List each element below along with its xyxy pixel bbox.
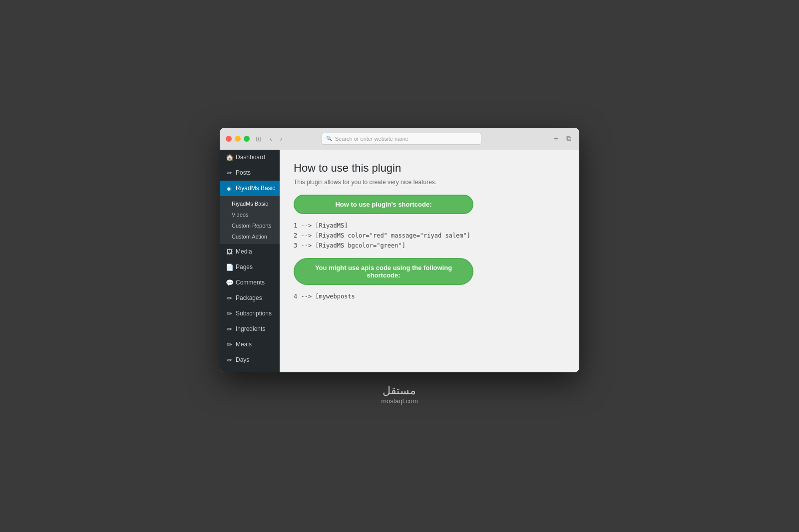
submenu-item-label: Custom Reports xyxy=(232,223,271,229)
address-bar-text: Search or enter website name xyxy=(335,136,408,142)
code-line-2: 2 --> [RiyadMS color="red" massage="riya… xyxy=(294,232,565,239)
packages-icon: ✏ xyxy=(226,294,233,302)
sidebar-item-label: Dashboard xyxy=(236,154,265,161)
sidebar-item-label: Posts xyxy=(236,169,251,176)
sidebar-item-meals[interactable]: ✏ Meals xyxy=(220,337,280,352)
watermark-arabic: مستقل xyxy=(381,384,418,397)
subscriptions-icon: ✏ xyxy=(226,310,233,317)
back-button[interactable]: ‹ xyxy=(268,134,274,144)
submenu-riyadms-basic[interactable]: RiyadMs Basic xyxy=(220,198,280,209)
api-code-line-1: 4 --> [mywebposts xyxy=(294,293,565,300)
days-icon: ✏ xyxy=(226,356,233,364)
media-icon: 🖼 xyxy=(226,248,233,256)
meals-icon: ✏ xyxy=(226,341,233,348)
sidebar-item-label: Ingredients xyxy=(236,325,265,332)
sidebar-item-days[interactable]: ✏ Days xyxy=(220,352,280,368)
watermark-latin: mostaql.com xyxy=(381,397,418,405)
sidebar-item-riyadms[interactable]: ◈ RiyadMs Basic xyxy=(220,181,280,196)
sidebar: 🏠 Dashboard ✏ Posts ◈ RiyadMs Basic Riya… xyxy=(220,150,280,372)
search-icon: 🔍 xyxy=(326,136,332,141)
pages-icon: 📄 xyxy=(226,264,233,271)
sidebar-item-posts[interactable]: ✏ Posts xyxy=(220,165,280,181)
watermark: مستقل mostaql.com xyxy=(381,384,418,405)
browser-chrome: ⊞ ‹ › 🔍 Search or enter website name + ⧉ xyxy=(220,128,579,150)
sidebar-item-media[interactable]: 🖼 Media xyxy=(220,244,280,260)
page-subtitle: This plugin allows for you to create ver… xyxy=(294,179,565,186)
comments-icon: 💬 xyxy=(226,279,233,286)
sidebar-item-pages[interactable]: 📄 Pages xyxy=(220,260,280,275)
sidebar-item-label: RiyadMs Basic xyxy=(236,185,275,192)
sidebar-item-comments[interactable]: 💬 Comments xyxy=(220,275,280,290)
api-button[interactable]: You might use apis code using the follow… xyxy=(294,258,473,285)
riyadms-icon: ◈ xyxy=(226,185,233,192)
shortcode-button[interactable]: How to use plugin's shortcode: xyxy=(294,195,473,214)
browser-body: 🏠 Dashboard ✏ Posts ◈ RiyadMs Basic Riya… xyxy=(220,150,579,372)
sidebar-item-packages[interactable]: ✏ Packages xyxy=(220,290,280,306)
api-code-block: 4 --> [mywebposts xyxy=(294,293,565,300)
sidebar-item-label: Media xyxy=(236,248,252,255)
submenu-item-label: Custom Action xyxy=(232,234,267,240)
forward-button[interactable]: › xyxy=(278,134,285,144)
address-bar[interactable]: 🔍 Search or enter website name xyxy=(322,133,481,145)
sidebar-item-label: Meals xyxy=(236,341,252,348)
traffic-light-yellow[interactable] xyxy=(235,136,241,142)
new-tab-button[interactable]: + xyxy=(552,133,560,144)
main-content: How to use this plugin This plugin allow… xyxy=(280,150,579,372)
posts-icon: ✏ xyxy=(226,169,233,177)
submenu-item-label: RiyadMs Basic xyxy=(232,201,268,207)
sidebar-toggle-button[interactable]: ⊞ xyxy=(254,134,264,144)
ingredients-icon: ✏ xyxy=(226,325,233,333)
sidebar-item-label: Comments xyxy=(236,279,265,286)
sidebar-item-subscriptions[interactable]: ✏ Subscriptions xyxy=(220,306,280,321)
browser-window: ⊞ ‹ › 🔍 Search or enter website name + ⧉… xyxy=(220,128,579,372)
dashboard-icon: 🏠 xyxy=(226,154,233,161)
sidebar-submenu-riyadms: RiyadMs Basic Videos Custom Reports Cust… xyxy=(220,196,280,244)
traffic-light-red[interactable] xyxy=(226,136,232,142)
browser-actions: + ⧉ xyxy=(552,133,573,144)
sidebar-item-label: Packages xyxy=(236,294,262,301)
sidebar-item-label: Pages xyxy=(236,264,253,270)
submenu-item-label: Videos xyxy=(232,212,248,218)
sidebar-item-label: Days xyxy=(236,356,249,363)
sidebar-item-ingredients[interactable]: ✏ Ingredients xyxy=(220,321,280,337)
page-title: How to use this plugin xyxy=(294,162,565,175)
submenu-custom-action[interactable]: Custom Action xyxy=(220,231,280,242)
submenu-videos[interactable]: Videos xyxy=(220,209,280,220)
sidebar-item-label: Subscriptions xyxy=(236,310,272,317)
sidebar-item-dashboard[interactable]: 🏠 Dashboard xyxy=(220,150,280,165)
submenu-custom-reports[interactable]: Custom Reports xyxy=(220,220,280,231)
copy-button[interactable]: ⧉ xyxy=(564,133,573,144)
code-line-1: 1 --> [RiyadMS] xyxy=(294,222,565,229)
code-line-3: 3 --> [RiyadMS bgcolor="green"] xyxy=(294,242,565,249)
traffic-lights xyxy=(226,136,250,142)
shortcode-code-block: 1 --> [RiyadMS] 2 --> [RiyadMS color="re… xyxy=(294,222,565,249)
traffic-light-green[interactable] xyxy=(244,136,250,142)
